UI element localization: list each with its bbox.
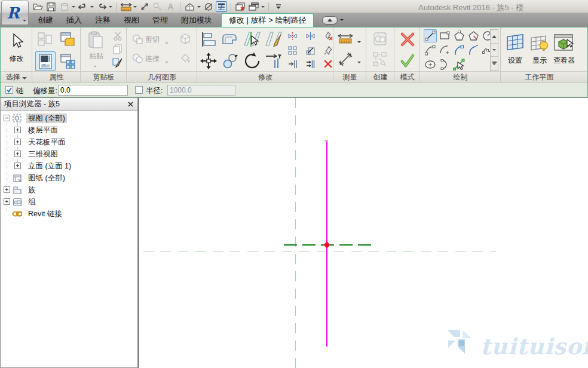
3d-view-dropdown[interactable] [197, 6, 201, 8]
expand-box-icon[interactable] [14, 139, 21, 145]
draw-line-button[interactable] [424, 29, 437, 42]
draw-arc-center-ends-button[interactable] [438, 44, 451, 57]
expand-box-icon[interactable] [14, 162, 21, 169]
tab-view[interactable]: 视图 [117, 13, 146, 27]
scale-button[interactable] [305, 45, 315, 55]
thin-lines-button[interactable] [216, 1, 227, 12]
collapse-box-icon[interactable] [4, 115, 10, 121]
draw-pick-lines-button[interactable] [452, 58, 466, 71]
type-properties-button[interactable] [57, 51, 78, 71]
split-with-gap-button[interactable] [264, 30, 283, 48]
tree-item-views[interactable]: 视图 (全部) [1, 112, 137, 124]
split-element-button[interactable] [243, 30, 262, 48]
family-category-button[interactable] [57, 30, 78, 49]
trim-extend-multiple-button[interactable] [305, 59, 315, 69]
switch-windows-dropdown[interactable] [261, 6, 265, 8]
dimension-dropdown-arrow[interactable] [357, 62, 361, 63]
rotate-button[interactable] [243, 52, 262, 70]
radius-checkbox[interactable] [135, 86, 143, 94]
trim-extend-corner-button[interactable] [264, 52, 283, 70]
chain-checkbox[interactable] [5, 86, 13, 94]
tab-addins[interactable]: 附加模块 [174, 13, 219, 27]
draw-ellipse-button[interactable] [424, 58, 437, 71]
expand-box-icon[interactable] [14, 127, 21, 133]
align-button[interactable] [200, 30, 218, 48]
set-workplane-button[interactable]: 设置 [503, 29, 527, 70]
unpin-button[interactable] [323, 31, 333, 41]
default-3d-view-button[interactable] [184, 1, 195, 12]
properties-button[interactable] [35, 51, 56, 71]
modify-tool-button[interactable] [9, 32, 24, 50]
copy-element-button[interactable] [221, 52, 239, 70]
ribbon-collapse-button[interactable] [322, 16, 338, 24]
gallery-expand-button[interactable] [491, 57, 498, 70]
offset-input[interactable] [58, 85, 128, 96]
gallery-scroll-down-button[interactable] [491, 44, 498, 57]
tab-manage[interactable]: 管理 [146, 13, 174, 27]
show-workplane-button[interactable]: 显示 [528, 29, 551, 70]
tree-item-elevations[interactable]: 立面 (立面 1) [1, 160, 137, 172]
finish-sketch-button[interactable] [399, 53, 416, 69]
offset-button[interactable] [221, 30, 239, 48]
tree-item-families[interactable]: 族 [1, 184, 137, 196]
draw-arc-tangent-button[interactable] [452, 44, 466, 57]
mirror-pick-axis-button[interactable] [287, 31, 297, 41]
redo-button[interactable] [96, 1, 107, 12]
tree-item-3d-views[interactable]: 三维视图 [1, 148, 137, 160]
path-point-marker[interactable] [323, 241, 330, 248]
array-button[interactable] [287, 45, 297, 55]
measure-dropdown-arrow[interactable] [357, 41, 361, 43]
drawing-canvas[interactable]: tuituisoft .com [138, 97, 588, 368]
project-browser-header[interactable]: 项目浏览器 - 族5 [0, 97, 138, 111]
mirror-draw-axis-button[interactable] [305, 31, 315, 41]
draw-polygon-circumscribed-button[interactable] [467, 29, 480, 42]
aligned-dimension-button[interactable] [139, 1, 150, 12]
ribbon-collapse-dropdown[interactable] [340, 19, 344, 21]
redo-dropdown[interactable] [109, 6, 112, 8]
panel-label-select[interactable]: 选择 [1, 72, 32, 82]
dimension-tool-button[interactable] [337, 51, 354, 67]
draw-arc-start-end-button[interactable] [424, 44, 437, 57]
draw-rectangle-button[interactable] [438, 29, 451, 42]
expand-box-icon[interactable] [4, 198, 10, 205]
switch-windows-button[interactable] [248, 1, 259, 12]
measure-tool-button[interactable] [337, 32, 354, 45]
trim-extend-single-button[interactable] [287, 59, 297, 69]
tab-insert[interactable]: 插入 [60, 13, 88, 27]
workplane-viewer-button[interactable]: 查看器 [552, 29, 577, 70]
application-menu-button[interactable]: R [1, 1, 29, 25]
customize-qat-button[interactable] [272, 1, 284, 12]
gallery-scroll-up-button[interactable] [491, 30, 498, 44]
match-type-button[interactable] [112, 57, 124, 69]
draw-arc-fillet-button[interactable] [467, 44, 480, 57]
section-button[interactable] [203, 1, 214, 12]
pin-button[interactable] [323, 45, 333, 55]
move-button[interactable] [200, 52, 218, 70]
reference-plane-vertical[interactable] [295, 98, 296, 368]
tree-item-floor-plans[interactable]: 楼层平面 [1, 124, 137, 136]
open-button[interactable] [32, 1, 44, 12]
tree-item-groups[interactable]: 组 [1, 196, 137, 208]
measure-dropdown[interactable] [133, 6, 137, 8]
close-icon[interactable] [127, 100, 134, 108]
sync-dropdown[interactable] [72, 6, 75, 8]
tab-annotate[interactable]: 注释 [88, 13, 117, 27]
cancel-sketch-button[interactable] [399, 31, 416, 48]
draw-polygon-inscribed-button[interactable] [452, 29, 466, 42]
panel-label-draw: 绘制 [420, 72, 501, 82]
tab-create[interactable]: 创建 [31, 13, 60, 27]
tree-item-ceiling-plans[interactable]: 天花板平面 [1, 136, 137, 148]
expand-box-icon[interactable] [14, 151, 21, 157]
save-button[interactable] [45, 1, 57, 12]
delete-button[interactable] [323, 59, 333, 69]
expand-box-icon[interactable] [4, 186, 10, 193]
close-hidden-windows-button[interactable] [235, 1, 246, 12]
tree-item-revit-links[interactable]: Revit 链接 [1, 208, 137, 220]
undo-button[interactable] [77, 1, 88, 12]
tree-item-sheets[interactable]: 图纸 (全部) [1, 172, 137, 184]
measure-button[interactable] [120, 1, 131, 12]
undo-dropdown[interactable] [90, 6, 94, 8]
tab-modify-sweep-sketch-path[interactable]: 修改 | 放样 > 绘制路径 [221, 13, 314, 27]
draw-partial-ellipse-button[interactable] [438, 58, 451, 71]
reference-plane-horizontal[interactable] [143, 252, 496, 252]
